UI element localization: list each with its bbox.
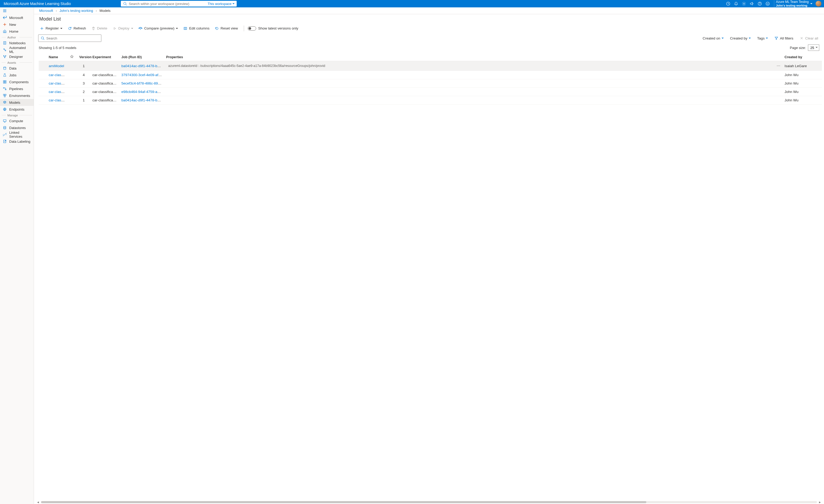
- table-row[interactable]: car-classi…3car-classification5ecef3c4-b…: [39, 79, 822, 88]
- sidebar-item-new[interactable]: New: [0, 21, 34, 28]
- model-name-link[interactable]: car-classi…: [49, 98, 68, 102]
- sidebar-item-pipelines[interactable]: Pipelines: [0, 85, 34, 92]
- svg-rect-28: [3, 88, 4, 89]
- sidebar-item-components[interactable]: Components: [0, 79, 34, 85]
- hamburger-button[interactable]: [0, 7, 34, 14]
- filter-created-by[interactable]: Created by: [728, 35, 752, 41]
- refresh-button[interactable]: Refresh: [66, 25, 88, 32]
- table-row[interactable]: car-classi…1car-classificationba0414ac-d…: [39, 96, 822, 105]
- filter-tags[interactable]: Tags: [755, 35, 770, 41]
- command-bar: Register Refresh Delete Deploy Compare (…: [34, 24, 824, 33]
- model-name-link[interactable]: car-classi…: [49, 81, 68, 85]
- scroll-track[interactable]: [41, 501, 817, 503]
- back-to-portal[interactable]: Microsoft: [0, 14, 34, 21]
- breadcrumb-item[interactable]: John's testing working: [60, 9, 93, 13]
- job-link[interactable]: e98cb464-94af-4759-a842-838…: [121, 90, 164, 94]
- settings-icon[interactable]: [742, 2, 746, 6]
- sidebar-item-compute[interactable]: Compute: [0, 117, 34, 124]
- col-job[interactable]: Job (Run ID): [119, 53, 164, 61]
- job-link[interactable]: ba0414ac-d9f1-4478-bda8-4d7…: [121, 98, 164, 102]
- sidebar-item-datastores[interactable]: Datastores: [0, 124, 34, 131]
- cell-created-by: John Wu: [785, 98, 799, 102]
- breadcrumb-item[interactable]: Microsoft: [39, 9, 53, 13]
- feedback-icon[interactable]: [765, 2, 770, 6]
- model-name-link[interactable]: amiModel: [49, 64, 64, 68]
- filter-icon: [774, 36, 779, 40]
- star-icon: [70, 55, 74, 59]
- all-filters-button[interactable]: All filters: [772, 35, 795, 41]
- show-latest-toggle[interactable]: [248, 26, 256, 30]
- svg-rect-30: [3, 94, 4, 95]
- reset-view-button[interactable]: Reset view: [213, 25, 240, 32]
- svg-rect-24: [3, 81, 4, 82]
- recent-icon[interactable]: [726, 2, 730, 6]
- sidebar-item-label: Pipelines: [9, 87, 23, 91]
- clear-all-button[interactable]: Clear all: [798, 35, 820, 41]
- job-link[interactable]: ba0414ac-d9f1-4478-bda8-4d7…: [121, 64, 164, 68]
- svg-point-7: [767, 3, 767, 3]
- table-row[interactable]: amiModel1ba0414ac-d9f1-4478-bda8-4d7…azu…: [39, 61, 822, 71]
- col-properties[interactable]: Properties: [164, 53, 775, 61]
- cell-experiment: car-classification: [92, 90, 119, 94]
- svg-rect-26: [3, 82, 4, 83]
- avatar[interactable]: [816, 1, 821, 7]
- chevron-down-icon: [232, 3, 234, 5]
- scroll-thumb[interactable]: [41, 501, 646, 503]
- svg-point-3: [743, 3, 744, 4]
- filter-created-on[interactable]: Created on: [701, 35, 725, 41]
- table-row[interactable]: car-classi…4car-classification37974300-3…: [39, 71, 822, 79]
- sidebar-item-label: New: [9, 23, 16, 27]
- model-name-link[interactable]: car-classi…: [49, 90, 68, 94]
- cell-experiment: car-classification: [92, 98, 119, 102]
- table-search-input[interactable]: [46, 36, 99, 40]
- announcements-icon[interactable]: [750, 2, 754, 6]
- model-name-link[interactable]: car-classi…: [49, 73, 68, 77]
- sidebar-item-automated-ml[interactable]: Automated ML: [0, 46, 34, 53]
- sidebar-item-models[interactable]: Models: [0, 99, 34, 106]
- sidebar-item-home[interactable]: Home: [0, 28, 34, 35]
- sidebar-item-label: Notebooks: [9, 41, 25, 45]
- sidebar-item-designer[interactable]: Designer: [0, 53, 34, 60]
- job-link[interactable]: 5ecef3c4-bf78-486c-89cb-d78d…: [121, 81, 164, 85]
- sidebar-item-data[interactable]: Data: [0, 65, 34, 72]
- row-more-icon[interactable]: ⋯: [777, 64, 780, 68]
- compare-button[interactable]: Compare (preview): [136, 25, 180, 32]
- notifications-icon[interactable]: [734, 2, 738, 6]
- global-search[interactable]: This workspace: [121, 1, 237, 7]
- sidebar-item-data-labeling[interactable]: Data Labeling: [0, 138, 34, 145]
- delete-button[interactable]: Delete: [89, 25, 109, 32]
- col-created-by[interactable]: Created by: [783, 53, 822, 61]
- sidebar-item-endpoints[interactable]: Endpoints: [0, 106, 34, 113]
- edit-columns-button[interactable]: Edit columns: [181, 25, 211, 32]
- sidebar-item-label: Data Labeling: [9, 139, 30, 143]
- svg-rect-31: [5, 94, 6, 95]
- sidebar-item-notebooks[interactable]: Notebooks: [0, 39, 34, 46]
- search-icon: [123, 2, 127, 6]
- hamburger-icon: [3, 9, 7, 13]
- sidebar-item-jobs[interactable]: Jobs: [0, 72, 34, 79]
- workspace-picker[interactable]: Azure ML Team Testing John's testing wor…: [774, 0, 821, 7]
- global-search-input[interactable]: [129, 2, 206, 6]
- search-scope-dropdown[interactable]: This workspace: [208, 2, 234, 6]
- deploy-label: Deploy: [118, 26, 129, 30]
- sidebar-item-environments[interactable]: Environments: [0, 92, 34, 99]
- cell-version: 3: [83, 81, 85, 85]
- search-scope-label: This workspace: [208, 2, 231, 6]
- scroll-right-icon[interactable]: ►: [818, 501, 821, 504]
- job-link[interactable]: 37974300-3cef-4e09-af1a-fced…: [121, 73, 164, 77]
- col-name[interactable]: Name: [46, 53, 68, 61]
- scroll-left-icon[interactable]: ◄: [36, 501, 39, 504]
- col-favorite[interactable]: [68, 53, 77, 61]
- deploy-button[interactable]: Deploy: [111, 25, 135, 32]
- sidebar-section-manage: Manage: [0, 113, 34, 117]
- col-experiment[interactable]: Experiment: [90, 53, 119, 61]
- table-row[interactable]: car-classi…2car-classificatione98cb464-9…: [39, 88, 822, 96]
- sidebar-item-linked-services[interactable]: Linked Services: [0, 131, 34, 138]
- table-search[interactable]: [38, 34, 101, 42]
- page-size-select[interactable]: 25: [808, 44, 819, 51]
- filter-bar: Created on Created by Tags All filters C…: [34, 33, 824, 43]
- register-button[interactable]: Register: [38, 25, 65, 32]
- help-icon[interactable]: [758, 2, 762, 6]
- col-version[interactable]: Version: [77, 53, 90, 61]
- horizontal-scrollbar[interactable]: ◄ ►: [34, 500, 824, 504]
